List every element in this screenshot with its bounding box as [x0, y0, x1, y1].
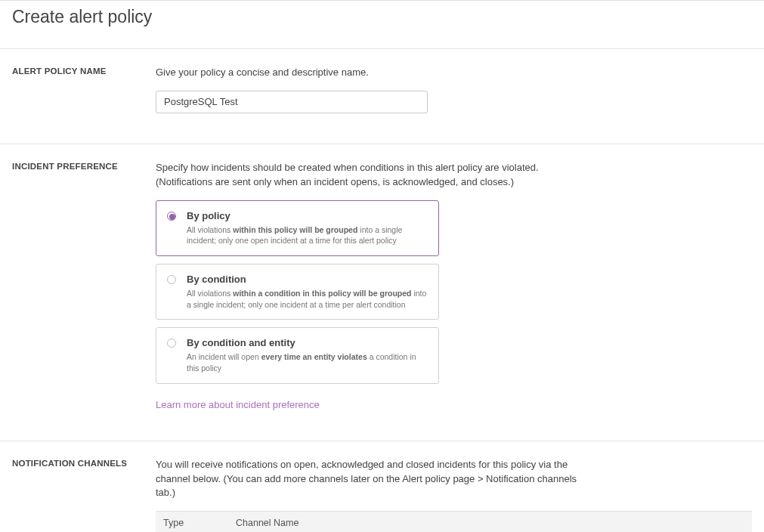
- policy-name-label: ALERT POLICY NAME: [12, 66, 156, 113]
- radio-icon: [167, 339, 176, 348]
- radio-icon: [167, 212, 176, 221]
- radio-by-policy-title: By policy: [187, 210, 429, 221]
- channels-col-type: Type: [156, 512, 228, 532]
- policy-name-hint: Give your policy a concise and descripti…: [156, 66, 579, 80]
- radio-by-condition-entity-title: By condition and entity: [187, 337, 429, 348]
- radio-icon: [167, 275, 176, 284]
- radio-by-policy-desc: All violations within this policy will b…: [187, 224, 429, 246]
- learn-more-link[interactable]: Learn more about incident preference: [156, 399, 320, 410]
- channels-label: NOTIFICATION CHANNELS: [12, 458, 156, 532]
- policy-name-input[interactable]: [156, 91, 428, 113]
- incident-pref-label: INCIDENT PREFERENCE: [12, 161, 156, 410]
- radio-by-condition[interactable]: By condition All violations within a con…: [156, 264, 439, 320]
- radio-by-condition-entity[interactable]: By condition and entity An incident will…: [156, 327, 439, 383]
- section-policy-name: ALERT POLICY NAME Give your policy a con…: [0, 48, 764, 144]
- channels-table: Type Channel Name USER Infra Bit <newrel…: [156, 511, 752, 532]
- channels-col-name: Channel Name: [228, 512, 752, 532]
- section-notification-channels: NOTIFICATION CHANNELS You will receive n…: [0, 441, 764, 532]
- radio-by-condition-entity-desc: An incident will open every time an enti…: [187, 351, 429, 373]
- radio-by-condition-title: By condition: [187, 274, 429, 285]
- radio-by-condition-desc: All violations within a condition in thi…: [187, 288, 429, 310]
- section-incident-preference: INCIDENT PREFERENCE Specify how incident…: [0, 144, 764, 441]
- incident-pref-hint: Specify how incidents should be created …: [156, 161, 579, 190]
- channels-hint: You will receive notifications on open, …: [156, 458, 579, 501]
- page-title: Create alert policy: [0, 1, 764, 48]
- radio-by-policy[interactable]: By policy All violations within this pol…: [156, 200, 439, 256]
